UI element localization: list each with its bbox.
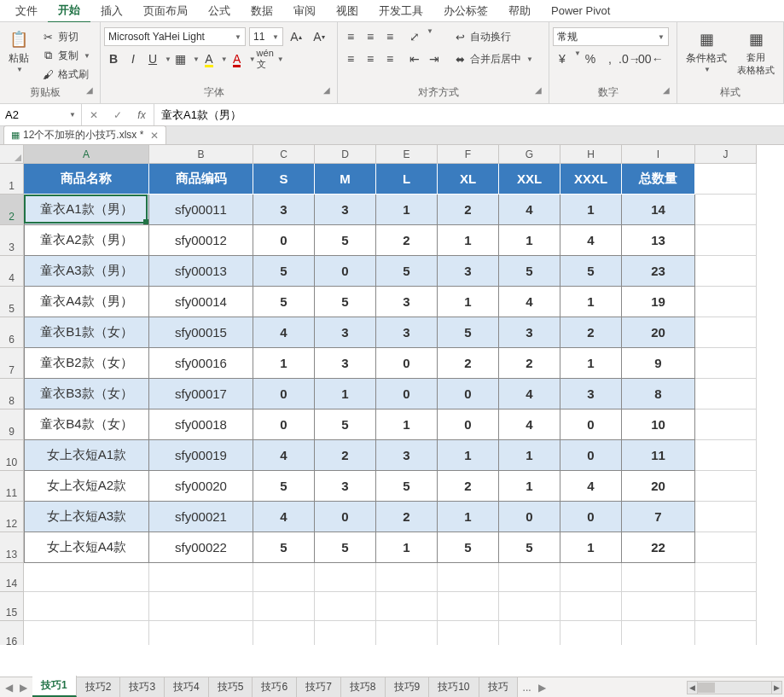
table-cell[interactable]: 0 (253, 409, 315, 440)
table-cell[interactable]: 女上衣短A4款 (24, 532, 149, 563)
scroll-thumb[interactable] (698, 682, 715, 693)
table-cell[interactable]: 2 (376, 502, 438, 532)
table-cell[interactable]: 13 (622, 225, 695, 256)
dialog-launcher-icon[interactable]: ◢ (535, 85, 542, 95)
comma-icon[interactable]: , (601, 49, 619, 68)
empty-cell[interactable] (24, 563, 149, 592)
dialog-launcher-icon[interactable]: ◢ (86, 85, 93, 95)
column-header[interactable]: J (695, 145, 757, 164)
table-cell[interactable]: 3 (376, 440, 438, 471)
sheet-tab[interactable]: 技巧5 (209, 677, 253, 697)
confirm-formula-icon[interactable]: ✓ (106, 104, 130, 125)
row-header[interactable]: 10 (0, 440, 24, 471)
table-cell[interactable]: 3 (315, 348, 376, 379)
table-cell[interactable]: 23 (622, 256, 695, 287)
table-cell[interactable]: 1 (376, 195, 438, 225)
table-cell[interactable]: 0 (499, 502, 560, 532)
sheet-tab[interactable]: 技巧6 (253, 677, 297, 697)
table-cell[interactable]: 5 (438, 532, 499, 563)
empty-cell[interactable] (695, 317, 757, 348)
empty-cell[interactable] (560, 563, 622, 592)
font-color-button[interactable]: A (228, 49, 247, 68)
menu-item-开发工具[interactable]: 开发工具 (369, 0, 433, 22)
table-cell[interactable]: 童衣A2款（男） (24, 225, 149, 256)
table-cell[interactable]: 4 (560, 471, 622, 502)
empty-cell[interactable] (695, 440, 757, 471)
sheet-nav-next-icon[interactable]: ▶ (20, 682, 27, 694)
row-header[interactable]: 14 (0, 563, 24, 592)
align-center-icon[interactable]: ≡ (361, 49, 380, 68)
horizontal-scrollbar[interactable]: ◀ ▶ (687, 681, 782, 694)
table-cell[interactable]: 5 (560, 256, 622, 287)
table-cell[interactable]: 5 (315, 409, 376, 440)
empty-cell[interactable] (438, 563, 499, 592)
table-cell[interactable]: 5 (499, 532, 560, 563)
menu-item-Power Pivot[interactable]: Power Pivot (541, 1, 620, 20)
table-cell[interactable]: 0 (560, 502, 622, 532)
table-cell[interactable]: 3 (315, 471, 376, 502)
table-cell[interactable]: 5 (376, 256, 438, 287)
empty-cell[interactable] (695, 532, 757, 563)
row-header[interactable]: 8 (0, 379, 24, 409)
table-cell[interactable]: 3 (438, 256, 499, 287)
empty-cell[interactable] (695, 409, 757, 440)
empty-cell[interactable] (438, 592, 499, 621)
empty-cell[interactable] (315, 621, 376, 645)
table-cell[interactable]: 童衣B1款（女） (24, 317, 149, 348)
table-cell[interactable]: sfy00018 (149, 409, 253, 440)
table-cell[interactable]: 5 (315, 287, 376, 317)
table-cell[interactable]: 3 (253, 195, 315, 225)
table-cell[interactable]: 女上衣短A2款 (24, 471, 149, 502)
scroll-right-icon[interactable]: ▶ (771, 682, 781, 694)
table-cell[interactable]: 5 (315, 532, 376, 563)
table-cell[interactable]: sfy00019 (149, 440, 253, 471)
sheet-tab[interactable]: 技巧7 (297, 677, 341, 697)
sheet-tab[interactable]: 技巧 (479, 677, 518, 697)
table-cell[interactable]: sfy00013 (149, 256, 253, 287)
table-cell[interactable]: 0 (560, 409, 622, 440)
empty-cell[interactable] (376, 592, 438, 621)
menu-item-视图[interactable]: 视图 (326, 0, 369, 22)
dialog-launcher-icon[interactable]: ◢ (663, 85, 670, 95)
table-cell[interactable]: 1 (253, 348, 315, 379)
table-cell[interactable]: 8 (622, 379, 695, 409)
align-right-icon[interactable]: ≡ (380, 49, 399, 68)
table-cell[interactable]: 童衣B2款（女） (24, 348, 149, 379)
table-header-cell[interactable]: XXL (499, 164, 560, 195)
decrease-font-icon[interactable]: A▾ (310, 27, 328, 46)
table-header-cell[interactable]: XL (438, 164, 499, 195)
empty-cell[interactable] (376, 563, 438, 592)
table-cell[interactable]: 5 (315, 225, 376, 256)
empty-cell[interactable] (24, 592, 149, 621)
table-cell[interactable]: 2 (438, 195, 499, 225)
row-header[interactable]: 12 (0, 502, 24, 532)
format-as-table-button[interactable]: ▦ 套用 表格格式 (732, 27, 780, 78)
menu-item-办公标签[interactable]: 办公标签 (433, 0, 498, 22)
align-left-icon[interactable]: ≡ (341, 49, 360, 68)
table-cell[interactable]: 1 (499, 440, 560, 471)
paste-button[interactable]: 📋 粘贴 ▼ (3, 27, 34, 75)
table-cell[interactable]: 2 (376, 225, 438, 256)
row-header[interactable]: 3 (0, 225, 24, 256)
table-cell[interactable]: 0 (315, 256, 376, 287)
table-cell[interactable]: 2 (438, 471, 499, 502)
table-cell[interactable]: 0 (438, 409, 499, 440)
table-cell[interactable]: 5 (253, 471, 315, 502)
empty-cell[interactable] (695, 563, 757, 592)
select-all-triangle[interactable] (0, 145, 24, 164)
table-cell[interactable]: 0 (376, 379, 438, 409)
table-cell[interactable]: 1 (499, 471, 560, 502)
table-cell[interactable]: 1 (560, 532, 622, 563)
row-header[interactable]: 16 (0, 621, 24, 645)
fill-color-button[interactable]: A (200, 49, 218, 68)
table-header-cell[interactable]: S (253, 164, 315, 195)
table-cell[interactable]: 1 (560, 348, 622, 379)
empty-cell[interactable] (695, 621, 757, 645)
phonetic-button[interactable]: wén文 (256, 49, 275, 68)
table-cell[interactable]: 14 (622, 195, 695, 225)
column-header[interactable]: F (438, 145, 499, 164)
cells-area[interactable]: ↖ 商品名称商品编码SMLXLXXLXXXL总数量童衣A1款（男）sfy0001… (24, 164, 784, 645)
currency-icon[interactable]: ¥ (553, 49, 572, 68)
table-cell[interactable]: 19 (622, 287, 695, 317)
dialog-launcher-icon[interactable]: ◢ (323, 85, 330, 95)
